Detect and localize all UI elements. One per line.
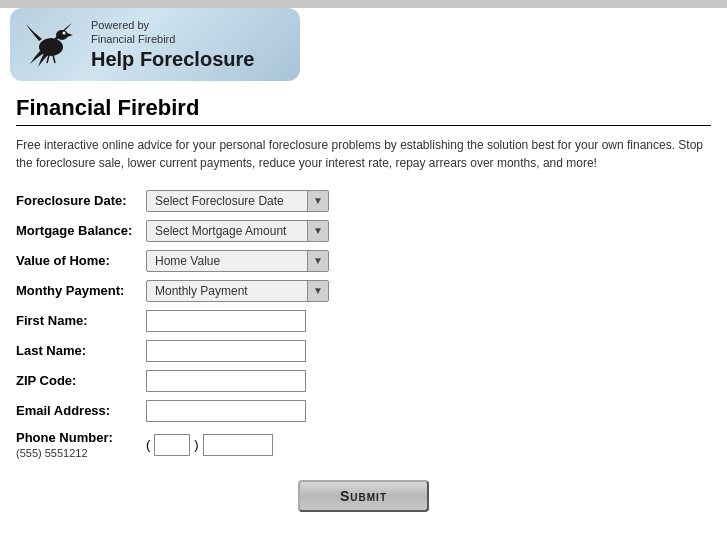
- phone-area-row: ( ): [146, 434, 705, 456]
- header-text-block: Powered by Financial Firebird Help Forec…: [91, 18, 254, 71]
- header-banner: Powered by Financial Firebird Help Forec…: [10, 8, 300, 81]
- powered-by-text: Powered by Financial Firebird: [91, 18, 254, 47]
- phone-sub-label: (555) 5551212: [16, 447, 88, 459]
- home-value-input-cell: Home Value ▼: [146, 246, 711, 276]
- svg-line-4: [53, 55, 55, 63]
- home-value-select-wrapper[interactable]: Home Value ▼: [146, 250, 329, 272]
- home-value-label: Value of Home:: [16, 246, 146, 276]
- bird-logo-icon: [24, 19, 79, 69]
- mortgage-balance-input-cell: Select Mortgage Amount ▼: [146, 216, 711, 246]
- page-title: Financial Firebird: [16, 95, 711, 126]
- first-name-input[interactable]: [146, 310, 306, 332]
- email-label: Email Address:: [16, 396, 146, 426]
- svg-point-5: [63, 32, 66, 35]
- foreclosure-date-row: Foreclosure Date: Select Foreclosure Dat…: [16, 186, 711, 216]
- phone-input-cell: ( ): [146, 426, 711, 464]
- last-name-row: Last Name:: [16, 336, 711, 366]
- email-input[interactable]: [146, 400, 306, 422]
- zip-code-input[interactable]: [146, 370, 306, 392]
- phone-close-paren: ): [194, 437, 198, 452]
- last-name-input[interactable]: [146, 340, 306, 362]
- email-input-cell: [146, 396, 711, 426]
- foreclosure-date-label: Foreclosure Date:: [16, 186, 146, 216]
- monthly-payment-select-wrapper[interactable]: Monthly Payment ▼: [146, 280, 329, 302]
- first-name-input-cell: [146, 306, 711, 336]
- mortgage-balance-arrow[interactable]: ▼: [307, 221, 328, 241]
- mortgage-balance-label: Mortgage Balance:: [16, 216, 146, 246]
- mortgage-balance-select-text: Select Mortgage Amount: [147, 221, 307, 241]
- submit-row: Submit: [16, 480, 711, 512]
- phone-open-paren: (: [146, 437, 150, 452]
- mortgage-balance-select-wrapper[interactable]: Select Mortgage Amount ▼: [146, 220, 329, 242]
- monthly-payment-arrow[interactable]: ▼: [307, 281, 328, 301]
- email-row: Email Address:: [16, 396, 711, 426]
- zip-code-input-cell: [146, 366, 711, 396]
- phone-row: Phone Number: (555) 5551212 ( ): [16, 426, 711, 464]
- home-value-select-text: Home Value: [147, 251, 307, 271]
- home-value-row: Value of Home: Home Value ▼: [16, 246, 711, 276]
- main-content: Financial Firebird Free interactive onli…: [0, 91, 727, 532]
- help-foreclosure-title: Help Foreclosure: [91, 47, 254, 71]
- monthly-payment-row: Monthy Payment: Monthly Payment ▼: [16, 276, 711, 306]
- foreclosure-date-input-cell: Select Foreclosure Date ▼: [146, 186, 711, 216]
- mortgage-balance-row: Mortgage Balance: Select Mortgage Amount…: [16, 216, 711, 246]
- phone-area-input[interactable]: [154, 434, 190, 456]
- first-name-row: First Name:: [16, 306, 711, 336]
- zip-code-label: ZIP Code:: [16, 366, 146, 396]
- submit-button[interactable]: Submit: [298, 480, 429, 512]
- main-form: Foreclosure Date: Select Foreclosure Dat…: [16, 186, 711, 512]
- monthly-payment-label: Monthy Payment:: [16, 276, 146, 306]
- page-wrapper: Powered by Financial Firebird Help Forec…: [0, 8, 727, 545]
- monthly-payment-select-text: Monthly Payment: [147, 281, 307, 301]
- description-text: Free interactive online advice for your …: [16, 136, 711, 172]
- first-name-label: First Name:: [16, 306, 146, 336]
- form-table: Foreclosure Date: Select Foreclosure Dat…: [16, 186, 711, 464]
- monthly-payment-input-cell: Monthly Payment ▼: [146, 276, 711, 306]
- home-value-arrow[interactable]: ▼: [307, 251, 328, 271]
- foreclosure-date-arrow[interactable]: ▼: [307, 191, 328, 211]
- phone-label: Phone Number:: [16, 430, 113, 445]
- last-name-label: Last Name:: [16, 336, 146, 366]
- foreclosure-date-select-text: Select Foreclosure Date: [147, 191, 307, 211]
- last-name-input-cell: [146, 336, 711, 366]
- svg-line-3: [47, 55, 49, 63]
- zip-code-row: ZIP Code:: [16, 366, 711, 396]
- foreclosure-date-select-wrapper[interactable]: Select Foreclosure Date ▼: [146, 190, 329, 212]
- phone-number-input[interactable]: [203, 434, 273, 456]
- phone-label-cell: Phone Number: (555) 5551212: [16, 426, 146, 464]
- svg-marker-2: [67, 33, 73, 37]
